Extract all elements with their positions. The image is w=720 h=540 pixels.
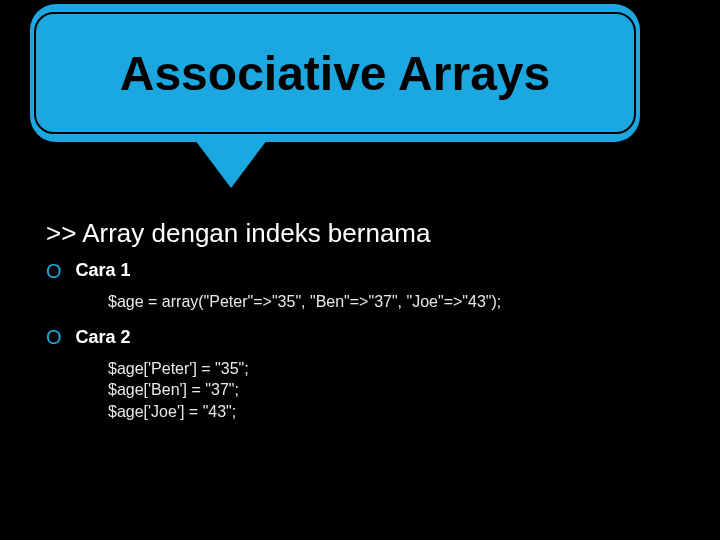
section-row: O Cara 1 xyxy=(46,260,690,281)
bullet-icon: O xyxy=(46,327,62,347)
code-line: $age = array("Peter"=>"35", "Ben"=>"37",… xyxy=(108,291,690,313)
section-label: Cara 1 xyxy=(76,260,131,281)
code-line: $age['Ben'] = "37"; xyxy=(108,379,690,401)
code-block: $age = array("Peter"=>"35", "Ben"=>"37",… xyxy=(108,291,690,313)
code-block: $age['Peter'] = "35"; $age['Ben'] = "37"… xyxy=(108,358,690,423)
slide-content: O Cara 1 $age = array("Peter"=>"35", "Be… xyxy=(46,260,690,436)
slide-subtitle: >> Array dengan indeks bernama xyxy=(46,218,430,249)
section-label: Cara 2 xyxy=(76,327,131,348)
title-pointer xyxy=(195,140,267,188)
title-block: Associative Arrays xyxy=(30,4,640,142)
bullet-icon: O xyxy=(46,261,62,281)
section-row: O Cara 2 xyxy=(46,327,690,348)
slide-title: Associative Arrays xyxy=(120,46,550,101)
code-line: $age['Peter'] = "35"; xyxy=(108,358,690,380)
code-line: $age['Joe'] = "43"; xyxy=(108,401,690,423)
